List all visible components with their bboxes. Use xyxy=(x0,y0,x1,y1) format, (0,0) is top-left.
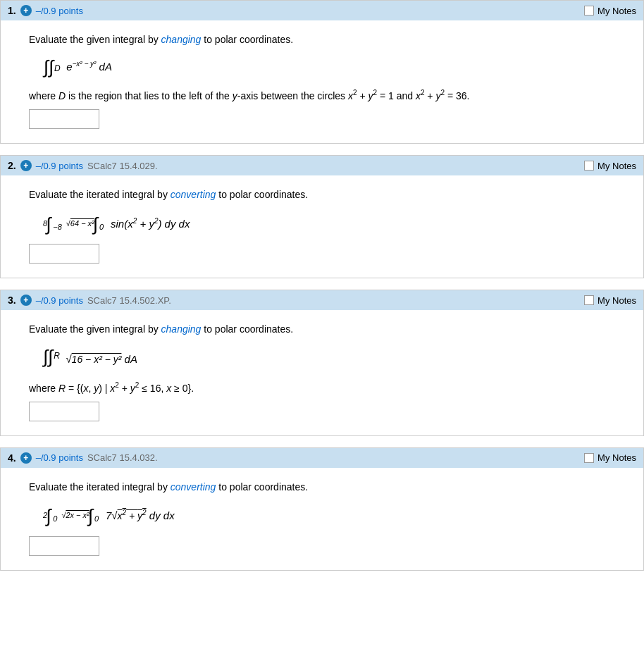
problem-2-header: 2. + –/0.9 points SCalc7 15.4.029. My No… xyxy=(1,156,643,175)
problem-2-answer-input[interactable] xyxy=(29,244,99,264)
problem-3-my-notes-button[interactable]: My Notes xyxy=(584,295,636,306)
problem-2-source: SCalc7 15.4.029. xyxy=(87,161,158,171)
p4-highlight-converting: converting xyxy=(171,481,216,493)
problem-2-header-left: 2. + –/0.9 points SCalc7 15.4.029. xyxy=(8,160,158,171)
problem-1-math: ∫∫ D e−x² − y² dA xyxy=(43,57,629,78)
p2-highlight-converting: converting xyxy=(171,189,216,200)
problem-4-math: 2 ∫ 0 √2x − x² ∫ 0 7√x2 + y2 dy dx xyxy=(43,505,629,526)
problem-4-statement: Evaluate the iterated integral by conver… xyxy=(29,479,629,495)
problem-3-notes-label: My Notes xyxy=(597,295,636,306)
problem-2-notes-checkbox xyxy=(584,161,594,171)
problem-1-header: 1. + –/0.9 points My Notes xyxy=(1,1,643,20)
problem-3-condition: where R = {(x, y) | x2 + y2 ≤ 16, x ≥ 0}… xyxy=(29,380,629,396)
problem-3-source: SCalc7 15.4.502.XP. xyxy=(87,295,171,306)
problem-4-points: –/0.9 points xyxy=(36,452,83,463)
problem-4-header: 4. + –/0.9 points SCalc7 15.4.032. My No… xyxy=(1,448,643,468)
problem-4-body: Evaluate the iterated integral by conver… xyxy=(1,468,643,570)
problem-4-notes-checkbox xyxy=(584,453,594,463)
problem-4-header-left: 4. + –/0.9 points SCalc7 15.4.032. xyxy=(8,452,158,464)
problem-1-my-notes-button[interactable]: My Notes xyxy=(584,6,636,16)
problem-3-points: –/0.9 points xyxy=(36,295,83,306)
problem-4-notes-label: My Notes xyxy=(597,452,636,463)
problem-2-body: Evaluate the iterated integral by conver… xyxy=(1,175,643,278)
problem-3-body: Evaluate the given integral by changing … xyxy=(1,310,643,435)
problem-2-notes-label: My Notes xyxy=(597,161,636,171)
problem-3-header-left: 3. + –/0.9 points SCalc7 15.4.502.XP. xyxy=(8,295,171,306)
problem-3-plus-icon[interactable]: + xyxy=(20,295,32,306)
problem-2-number: 2. xyxy=(8,160,16,171)
problem-1-notes-checkbox xyxy=(584,6,594,16)
problem-2-my-notes-button[interactable]: My Notes xyxy=(584,161,636,171)
problem-2: 2. + –/0.9 points SCalc7 15.4.029. My No… xyxy=(0,155,644,278)
p1-highlight-changing: changing xyxy=(161,34,202,45)
problem-1-statement: Evaluate the given integral by changing … xyxy=(29,32,629,47)
problem-2-plus-icon[interactable]: + xyxy=(20,160,32,171)
problem-1-header-left: 1. + –/0.9 points xyxy=(8,5,87,16)
problem-3-notes-checkbox xyxy=(584,295,594,305)
problem-3-statement: Evaluate the given integral by changing … xyxy=(29,321,629,337)
problem-3-header: 3. + –/0.9 points SCalc7 15.4.502.XP. My… xyxy=(1,290,643,310)
problem-3-math: ∫∫ R √16 − x² − y² dA xyxy=(43,347,629,370)
problem-4-my-notes-button[interactable]: My Notes xyxy=(584,452,636,463)
problem-1-answer-input[interactable] xyxy=(29,109,99,129)
problem-2-points: –/0.9 points xyxy=(36,161,83,171)
problem-3: 3. + –/0.9 points SCalc7 15.4.502.XP. My… xyxy=(0,290,644,435)
problem-1-points: –/0.9 points xyxy=(36,6,83,16)
problem-1-condition: where D is the region that lies to the l… xyxy=(29,87,629,104)
problem-1-plus-icon[interactable]: + xyxy=(20,5,32,16)
problem-1-notes-label: My Notes xyxy=(597,6,636,16)
problem-2-math: 8 ∫ −8 √64 − x² ∫ 0 sin(x2 + y2) dy dx xyxy=(43,213,629,235)
problem-4: 4. + –/0.9 points SCalc7 15.4.032. My No… xyxy=(0,447,644,571)
problem-4-number: 4. xyxy=(8,452,16,464)
problem-4-source: SCalc7 15.4.032. xyxy=(87,452,158,463)
problem-1-body: Evaluate the given integral by changing … xyxy=(1,20,643,143)
problem-2-statement: Evaluate the iterated integral by conver… xyxy=(29,187,629,202)
problem-4-plus-icon[interactable]: + xyxy=(20,452,32,464)
problem-4-answer-input[interactable] xyxy=(29,536,99,556)
problem-3-number: 3. xyxy=(8,295,16,306)
problem-1: 1. + –/0.9 points My Notes Evaluate the … xyxy=(0,0,644,144)
p3-highlight-changing: changing xyxy=(161,323,202,335)
problem-1-number: 1. xyxy=(8,5,16,16)
problem-3-answer-input[interactable] xyxy=(29,402,99,421)
